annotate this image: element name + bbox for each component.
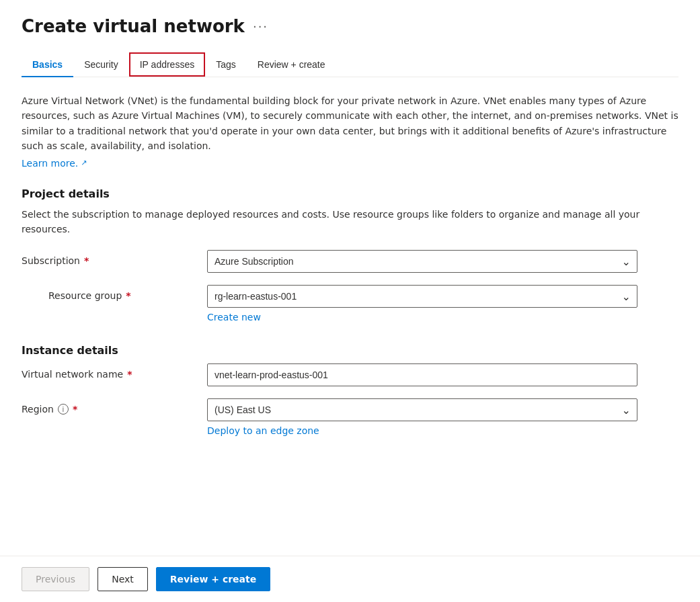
vnet-name-required-star: * bbox=[127, 369, 132, 380]
subscription-required-star: * bbox=[84, 255, 89, 266]
resource-group-select-wrapper: rg-learn-eastus-001 bbox=[207, 285, 637, 308]
tab-basics[interactable]: Basics bbox=[22, 52, 73, 77]
page-container: Create virtual network ··· Basics Securi… bbox=[0, 0, 700, 602]
tab-security[interactable]: Security bbox=[73, 52, 129, 77]
subscription-select-wrapper: Azure Subscription bbox=[207, 250, 637, 273]
description-text: Azure Virtual Network (VNet) is the fund… bbox=[22, 93, 678, 154]
project-details-description: Select the subscription to manage deploy… bbox=[22, 207, 678, 237]
next-button[interactable]: Next bbox=[98, 567, 148, 591]
subscription-row: Subscription * Azure Subscription bbox=[22, 250, 678, 273]
tab-ip-addresses[interactable]: IP addresses bbox=[129, 52, 205, 77]
subscription-control: Azure Subscription bbox=[207, 250, 637, 273]
subscription-label: Subscription bbox=[22, 255, 80, 266]
tab-tags[interactable]: Tags bbox=[205, 52, 247, 77]
region-required-star: * bbox=[73, 404, 77, 415]
region-row: Region i * (US) East US Deploy to an edg… bbox=[22, 398, 678, 436]
subscription-label-container: Subscription * bbox=[22, 250, 196, 266]
page-title: Create virtual network bbox=[22, 16, 245, 36]
region-label-container: Region i * bbox=[22, 398, 196, 415]
region-info-icon[interactable]: i bbox=[58, 404, 69, 415]
create-new-link[interactable]: Create new bbox=[207, 312, 261, 322]
vnet-name-label-container: Virtual network name * bbox=[22, 363, 196, 380]
instance-details-title: Instance details bbox=[22, 344, 678, 357]
vnet-name-label: Virtual network name bbox=[22, 369, 123, 380]
previous-button[interactable]: Previous bbox=[22, 567, 89, 591]
tabs-container: Basics Security IP addresses Tags Review… bbox=[22, 52, 678, 77]
region-select-wrapper: (US) East US bbox=[207, 398, 637, 421]
review-create-button[interactable]: Review + create bbox=[156, 567, 270, 591]
more-options-icon[interactable]: ··· bbox=[253, 19, 268, 34]
main-content: Create virtual network ··· Basics Securi… bbox=[0, 0, 700, 556]
page-header: Create virtual network ··· bbox=[22, 16, 678, 36]
vnet-name-row: Virtual network name * bbox=[22, 363, 678, 386]
vnet-name-control bbox=[207, 363, 637, 386]
footer: Previous Next Review + create bbox=[0, 556, 700, 602]
external-link-icon: ↗ bbox=[81, 159, 87, 167]
vnet-name-input[interactable] bbox=[207, 363, 637, 386]
tab-review-create[interactable]: Review + create bbox=[247, 52, 336, 77]
project-details-section: Project details Select the subscription … bbox=[22, 187, 678, 323]
learn-more-link[interactable]: Learn more. ↗ bbox=[22, 158, 87, 169]
resource-group-row: Resource group * rg-learn-eastus-001 Cre… bbox=[22, 285, 678, 322]
region-control: (US) East US Deploy to an edge zone bbox=[207, 398, 637, 436]
resource-group-required-star: * bbox=[126, 290, 130, 301]
instance-details-section: Instance details Virtual network name * … bbox=[22, 344, 678, 436]
resource-group-select[interactable]: rg-learn-eastus-001 bbox=[207, 285, 637, 308]
region-label: Region bbox=[22, 404, 54, 415]
deploy-edge-zone-link[interactable]: Deploy to an edge zone bbox=[207, 425, 319, 436]
region-select[interactable]: (US) East US bbox=[207, 398, 637, 421]
resource-group-label-container: Resource group * bbox=[48, 285, 196, 301]
description-section: Azure Virtual Network (VNet) is the fund… bbox=[22, 93, 678, 169]
resource-group-label: Resource group bbox=[48, 290, 122, 301]
resource-group-control: rg-learn-eastus-001 Create new bbox=[207, 285, 637, 322]
subscription-select[interactable]: Azure Subscription bbox=[207, 250, 637, 273]
project-details-title: Project details bbox=[22, 187, 678, 200]
